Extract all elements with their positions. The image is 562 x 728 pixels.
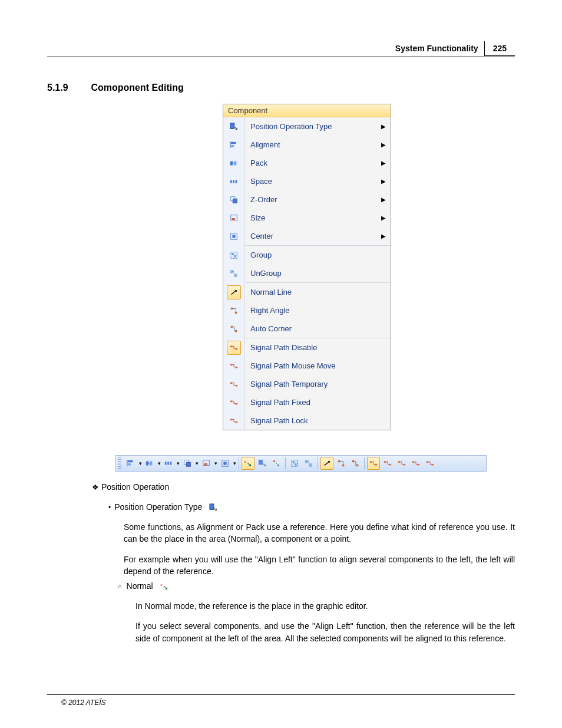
svg-rect-66: [384, 462, 386, 463]
header-rule: [47, 57, 515, 57]
menu-item-position-op[interactable]: Position Operation Type▶: [223, 117, 391, 136]
menu-item-label: Pack: [244, 159, 376, 167]
submenu-arrow-icon: ▶: [376, 215, 391, 221]
menu-item-space[interactable]: Space▶: [223, 172, 391, 190]
menu-item-pack[interactable]: Pack▶: [223, 154, 391, 172]
sp-fixed-icon: [229, 397, 239, 408]
svg-rect-14: [232, 235, 235, 238]
toolbar-pos-component-icon[interactable]: [256, 457, 269, 470]
toolbar-center-icon[interactable]: [219, 457, 232, 470]
toolbar-pack-icon[interactable]: [143, 457, 156, 470]
menu-item-sp-temp[interactable]: Signal Path Temporary: [223, 375, 391, 393]
size-icon: [229, 213, 239, 223]
toolbar-pos-point-icon[interactable]: [270, 457, 283, 470]
toolbar-alignment-icon[interactable]: [124, 457, 137, 470]
section-heading: 5.1.9 Comoponent Editing: [47, 83, 184, 93]
toolbar-auto-corner-icon[interactable]: [349, 457, 362, 470]
toolbar-right-angle-icon[interactable]: [335, 457, 348, 470]
submenu-arrow-icon: ▶: [376, 141, 391, 148]
svg-rect-47: [204, 463, 207, 466]
toolbar-sp-temp-icon[interactable]: [395, 457, 408, 470]
toolbar-sp-fixed-icon[interactable]: [409, 457, 422, 470]
svg-rect-49: [223, 462, 226, 465]
menu-item-ungroup[interactable]: UnGroup: [223, 264, 391, 282]
bullet-icon: •: [108, 503, 111, 512]
dropdown-arrow-icon[interactable]: ▾: [138, 460, 143, 466]
alignment-icon: [229, 140, 239, 150]
toolbar-size-icon[interactable]: [200, 457, 213, 470]
menu-item-zorder[interactable]: Z-Order▶: [223, 190, 391, 209]
toolbar-sp-lock-icon[interactable]: [424, 457, 437, 470]
svg-rect-60: [338, 460, 340, 463]
dropdown-arrow-icon[interactable]: ▾: [213, 460, 218, 466]
menu-item-auto-corner[interactable]: Auto Corner: [223, 319, 391, 338]
svg-rect-20: [231, 271, 233, 272]
svg-rect-67: [389, 464, 392, 466]
toolbar-normal-line-icon[interactable]: [320, 457, 333, 470]
toolbar-sp-mouse-icon[interactable]: [381, 457, 394, 470]
menu-item-alignment[interactable]: Aligment▶: [223, 136, 391, 154]
svg-rect-65: [375, 464, 378, 466]
menu-item-sp-lock[interactable]: Signal Path Lock: [223, 411, 391, 430]
svg-rect-39: [146, 462, 148, 466]
svg-rect-21: [234, 274, 236, 276]
space-icon: [229, 176, 239, 187]
svg-rect-7: [233, 180, 234, 183]
toolbar-sp-disable-icon[interactable]: [367, 457, 380, 470]
dropdown-arrow-icon[interactable]: ▾: [176, 460, 180, 466]
svg-rect-74: [210, 504, 214, 510]
svg-rect-45: [186, 462, 190, 466]
position-op-icon: [208, 502, 219, 513]
footer-copyright: © 2012 ATEÏS: [61, 699, 106, 707]
menu-item-center[interactable]: Center▶: [223, 227, 391, 245]
submenu-arrow-icon: ▶: [376, 160, 391, 166]
menu-item-right-angle[interactable]: Right Angle: [223, 301, 391, 319]
svg-rect-63: [356, 465, 359, 467]
dropdown-arrow-icon[interactable]: ▾: [157, 460, 161, 466]
svg-rect-32: [230, 400, 232, 402]
menu-item-sp-disable[interactable]: Signal Path Disable: [223, 338, 391, 357]
svg-rect-4: [230, 161, 232, 165]
svg-rect-40: [150, 462, 152, 466]
svg-rect-62: [352, 460, 355, 463]
component-toolbar: ▾▾▾▾▾▾×: [115, 455, 487, 472]
svg-rect-59: [310, 465, 312, 466]
svg-rect-2: [230, 145, 233, 147]
svg-rect-64: [370, 462, 372, 463]
menu-item-label: Signal Path Mouse Move: [244, 361, 376, 370]
header-title: System Functionality: [389, 41, 484, 56]
dropdown-arrow-icon[interactable]: ▾: [194, 460, 199, 466]
svg-rect-72: [427, 462, 429, 463]
menu-item-sp-fixed[interactable]: Signal Path Fixed: [223, 393, 391, 411]
toolbar-zorder-icon[interactable]: [181, 457, 194, 470]
svg-rect-10: [233, 199, 237, 203]
svg-rect-24: [230, 325, 233, 328]
menu-item-size[interactable]: Size▶: [223, 209, 391, 227]
svg-rect-8: [235, 180, 237, 183]
svg-rect-58: [306, 461, 308, 463]
menu-item-label: Auto Corner: [244, 324, 376, 333]
section-title: Comoponent Editing: [91, 83, 183, 93]
submenu-arrow-icon: ▶: [376, 233, 391, 239]
svg-rect-28: [230, 364, 232, 365]
svg-rect-12: [232, 218, 234, 220]
menu-item-sp-mouse[interactable]: Signal Path Mouse Move: [223, 357, 391, 375]
svg-rect-61: [342, 465, 345, 467]
toolbar-ungroup-icon[interactable]: [302, 457, 315, 470]
menu-item-normal-line[interactable]: Normal Line: [223, 283, 391, 301]
svg-rect-37: [128, 463, 131, 466]
component-menu-title[interactable]: Component: [223, 104, 391, 117]
dropdown-arrow-icon[interactable]: ▾: [232, 460, 237, 466]
svg-rect-71: [418, 464, 420, 466]
menu-item-group[interactable]: Group: [223, 246, 391, 264]
toolbar-space-icon[interactable]: [162, 457, 175, 470]
menu-item-label: UnGroup: [244, 269, 376, 278]
svg-rect-29: [235, 366, 237, 368]
menu-item-label: Signal Path Lock: [244, 416, 376, 425]
toolbar-pos-normal-icon[interactable]: ×: [242, 457, 254, 470]
svg-rect-22: [230, 307, 233, 309]
toolbar-grip: [118, 457, 121, 469]
svg-rect-43: [170, 462, 172, 465]
svg-rect-68: [398, 462, 401, 463]
toolbar-group-icon[interactable]: [288, 457, 301, 470]
